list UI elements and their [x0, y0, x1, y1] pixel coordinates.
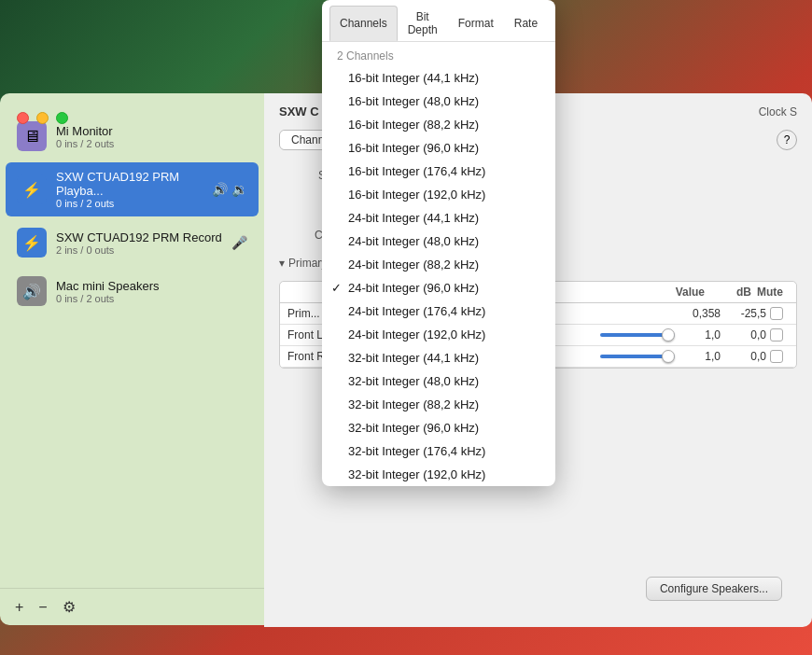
window-title: SXW C — [279, 105, 319, 118]
dropdown-item[interactable]: 32-bit Integer (96,0 kHz) — [322, 416, 555, 439]
device-sub: 0 ins / 2 outs — [56, 198, 203, 209]
channel-db: 0,0 — [724, 328, 766, 341]
dropdown-tab-format[interactable]: Format — [448, 6, 504, 41]
dropdown-tab-channels[interactable]: Channels — [329, 6, 398, 41]
device-sub: 0 ins / 2 outs — [56, 138, 247, 149]
primary-section-label: ▾ Primary — [279, 257, 327, 270]
channel-value: 0,358 — [679, 307, 721, 320]
sidebar-footer: + − ⚙ — [0, 588, 264, 625]
dropdown-item[interactable]: 24-bit Integer (96,0 kHz) — [322, 276, 555, 300]
dropdown-item[interactable]: 32-bit Integer (176,4 kHz) — [322, 439, 555, 463]
mic-icon: 🎤 — [231, 235, 247, 250]
dropdown-item[interactable]: 24-bit Integer (176,4 kHz) — [322, 300, 555, 323]
header-value: Value — [649, 286, 705, 299]
speaker-icon: 🔊 — [212, 182, 228, 197]
device-name: Mac mini Speakers — [56, 279, 247, 293]
dropdown-items-list: 16-bit Integer (44,1 kHz)16-bit Integer … — [322, 66, 555, 486]
dropdown-item[interactable]: 32-bit Integer (192,0 kHz) — [322, 463, 555, 486]
clock-source-label: Clock S — [759, 105, 797, 118]
minimize-button[interactable] — [36, 112, 49, 124]
channel-value: 1,0 — [679, 350, 721, 363]
mute-checkbox[interactable] — [770, 350, 789, 363]
device-badges: 🔊 🔉 — [212, 182, 247, 197]
dropdown-item[interactable]: 32-bit Integer (44,1 kHz) — [322, 346, 555, 369]
mute-checkbox[interactable] — [770, 307, 789, 320]
monitor-icon: 🖥 — [17, 121, 47, 151]
settings-button[interactable]: ⚙ — [59, 596, 79, 618]
channel-value: 1,0 — [679, 328, 721, 341]
device-sub: 2 ins / 0 outs — [56, 244, 222, 256]
dropdown-item[interactable]: 16-bit Integer (44,1 kHz) — [322, 66, 555, 90]
dropdown-item[interactable]: 32-bit Integer (48,0 kHz) — [322, 369, 555, 393]
usb-playback-icon: ⚡ — [17, 174, 47, 204]
header-mute: Mute — [751, 286, 789, 299]
channel-slider[interactable] — [600, 355, 675, 358]
dropdown-tabs: Channels Bit Depth Format Rate — [322, 0, 555, 42]
traffic-lights — [17, 112, 68, 124]
channel-db: 0,0 — [724, 350, 766, 363]
device-sub: 0 ins / 2 outs — [56, 293, 247, 304]
add-device-button[interactable]: + — [11, 597, 27, 618]
device-badges: 🎤 — [231, 235, 247, 250]
dropdown-item[interactable]: 16-bit Integer (88,2 kHz) — [322, 113, 555, 136]
dropdown-item[interactable]: 16-bit Integer (96,0 kHz) — [322, 136, 555, 160]
dropdown-section-label: 2 Channels — [322, 42, 555, 66]
dropdown-item[interactable]: 24-bit Integer (88,2 kHz) — [322, 253, 555, 276]
dropdown-item[interactable]: 32-bit Integer (88,2 kHz) — [322, 393, 555, 416]
configure-speakers-button[interactable]: Configure Speakers... — [646, 577, 782, 601]
sidebar: 🖥 Mi Monitor 0 ins / 2 outs ⚡ SXW CTUAD1… — [0, 93, 264, 625]
dropdown-item[interactable]: 16-bit Integer (176,4 kHz) — [322, 160, 555, 183]
sidebar-item-sxw-record[interactable]: ⚡ SXW CTUAD192 PRM Record 2 ins / 0 outs… — [6, 220, 259, 265]
dropdown-item[interactable]: 24-bit Integer (44,1 kHz) — [322, 206, 555, 230]
device-name: SXW CTUAD192 PRM Record — [56, 230, 222, 244]
dropdown-tab-bit-depth[interactable]: Bit Depth — [398, 6, 448, 41]
dropdown-tab-rate[interactable]: Rate — [504, 6, 548, 41]
dropdown-item[interactable]: 24-bit Integer (192,0 kHz) — [322, 323, 555, 346]
device-name: SXW CTUAD192 PRM Playba... — [56, 170, 203, 198]
mute-checkbox[interactable] — [770, 328, 789, 341]
speakers-icon: 🔊 — [17, 276, 47, 306]
channel-slider[interactable] — [600, 333, 675, 337]
sidebar-item-mac-speakers[interactable]: 🔊 Mac mini Speakers 0 ins / 2 outs — [6, 269, 259, 314]
volume-icon: 🔉 — [231, 182, 247, 197]
dropdown-item[interactable]: 16-bit Integer (48,0 kHz) — [322, 90, 555, 113]
usb-record-icon: ⚡ — [17, 228, 47, 258]
format-dropdown: Channels Bit Depth Format Rate 2 Channel… — [322, 0, 555, 486]
help-button[interactable]: ? — [777, 130, 797, 150]
channel-db: -25,5 — [724, 307, 766, 320]
dropdown-item[interactable]: 24-bit Integer (48,0 kHz) — [322, 230, 555, 253]
chevron-down-icon: ▾ — [279, 257, 285, 270]
device-name: Mi Monitor — [56, 124, 247, 138]
sidebar-item-sxw-playback[interactable]: ⚡ SXW CTUAD192 PRM Playba... 0 ins / 2 o… — [6, 162, 259, 216]
remove-device-button[interactable]: − — [35, 597, 50, 618]
dropdown-item[interactable]: 16-bit Integer (192,0 kHz) — [322, 183, 555, 206]
header-db: dB — [705, 286, 751, 299]
close-button[interactable] — [17, 112, 29, 124]
maximize-button[interactable] — [56, 112, 68, 124]
